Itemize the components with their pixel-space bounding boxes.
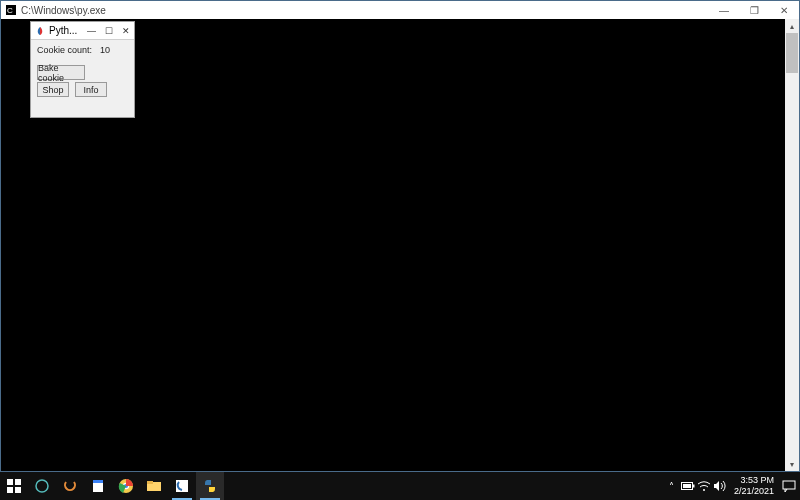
svg-rect-3 — [15, 479, 21, 485]
console-titlebar[interactable]: C C:\Windows\py.exe — ❐ ✕ — [1, 1, 799, 20]
console-window-controls: — ❐ ✕ — [709, 1, 799, 19]
shop-button[interactable]: Shop — [37, 82, 69, 97]
tk-maximize-button[interactable]: ☐ — [100, 22, 117, 39]
tk-feather-icon — [34, 25, 46, 37]
svg-point-18 — [703, 489, 705, 491]
tray-chevron-icon[interactable]: ˄ — [664, 472, 680, 500]
svg-rect-2 — [7, 479, 13, 485]
tray-volume-icon[interactable] — [712, 472, 728, 500]
cookie-count-value: 10 — [100, 45, 110, 55]
tray-battery-icon[interactable] — [680, 472, 696, 500]
tray-network-icon[interactable] — [696, 472, 712, 500]
action-center-icon[interactable] — [780, 472, 798, 500]
taskbar: ˄ 3:53 PM 2/21/2021 — [0, 472, 800, 500]
tk-minimize-button[interactable]: — — [83, 22, 100, 39]
svg-rect-16 — [693, 485, 695, 488]
taskbar-app-idle-icon[interactable] — [168, 472, 196, 500]
tk-titlebar[interactable]: Pyth... — ☐ ✕ — [31, 22, 134, 40]
console-icon: C — [5, 4, 17, 16]
tk-close-button[interactable]: ✕ — [117, 22, 134, 39]
bake-cookie-button[interactable]: Bake cookie — [37, 65, 85, 80]
taskbar-app-python-icon[interactable] — [196, 472, 224, 500]
taskbar-app-generic-icon[interactable] — [56, 472, 84, 500]
taskbar-date: 2/21/2021 — [734, 486, 774, 497]
svg-rect-5 — [15, 487, 21, 493]
cookie-count-label: Cookie count: — [37, 45, 92, 55]
svg-rect-8 — [93, 480, 103, 483]
svg-rect-19 — [783, 481, 795, 489]
taskbar-clock[interactable]: 3:53 PM 2/21/2021 — [728, 475, 780, 497]
taskbar-left — [0, 472, 224, 500]
svg-rect-17 — [683, 484, 691, 488]
taskbar-app-cortana-icon[interactable] — [28, 472, 56, 500]
scroll-down-arrow-icon[interactable]: ▾ — [785, 457, 799, 471]
tk-window-controls: — ☐ ✕ — [83, 22, 134, 39]
scroll-thumb[interactable] — [786, 33, 798, 73]
start-button[interactable] — [0, 472, 28, 500]
console-vertical-scrollbar[interactable]: ▴ ▾ — [785, 19, 799, 471]
console-close-button[interactable]: ✕ — [769, 1, 799, 19]
taskbar-app-notepad-icon[interactable] — [84, 472, 112, 500]
cookie-count-row: Cookie count: 10 — [31, 40, 134, 59]
taskbar-app-file-explorer-icon[interactable] — [140, 472, 168, 500]
console-minimize-button[interactable]: — — [709, 1, 739, 19]
tk-title: Pyth... — [49, 25, 83, 36]
console-title: C:\Windows\py.exe — [21, 5, 799, 16]
svg-rect-13 — [147, 481, 153, 484]
svg-rect-4 — [7, 487, 13, 493]
svg-text:C: C — [7, 6, 13, 15]
tk-window[interactable]: Pyth... — ☐ ✕ Cookie count: 10 Bake cook… — [30, 21, 135, 118]
taskbar-right: ˄ 3:53 PM 2/21/2021 — [664, 472, 800, 500]
scroll-up-arrow-icon[interactable]: ▴ — [785, 19, 799, 33]
info-button[interactable]: Info — [75, 82, 107, 97]
svg-point-6 — [36, 480, 48, 492]
taskbar-time: 3:53 PM — [734, 475, 774, 486]
taskbar-app-chrome-icon[interactable] — [112, 472, 140, 500]
console-maximize-button[interactable]: ❐ — [739, 1, 769, 19]
